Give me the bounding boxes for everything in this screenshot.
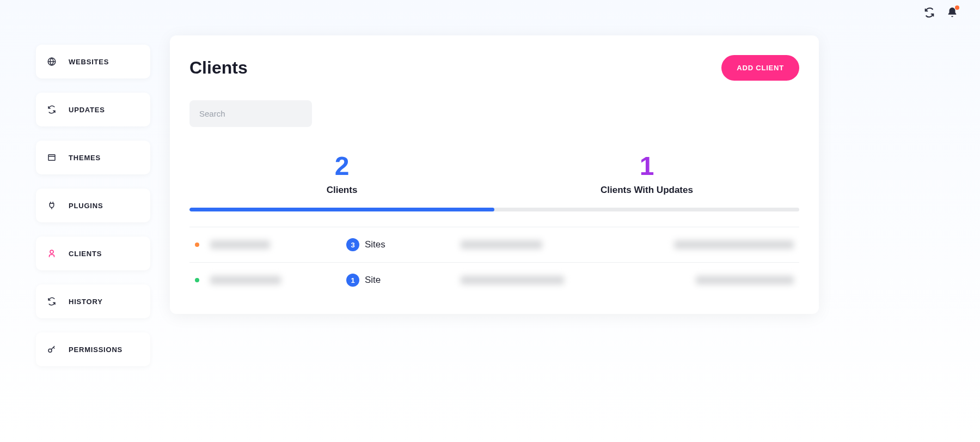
sidebar-item-history[interactable]: HISTORY [36,284,150,318]
notification-dot [955,5,959,10]
sidebar: WEBSITES UPDATES THEMES PLUGINS CLIENTS … [36,45,150,366]
email-cell [627,240,794,249]
redacted-text [674,240,794,249]
stat-value: 2 [189,153,494,179]
sites-label: Site [365,275,381,286]
redacted-text [461,240,542,249]
window-icon [47,153,57,162]
search-wrap [170,81,819,127]
sites-label: Sites [365,239,385,250]
client-table: 3 Sites 1 Site [170,227,819,314]
page-title: Clients [189,58,248,78]
redacted-text [210,240,270,249]
stats-row: 2 Clients 1 Clients With Updates [170,153,819,208]
sidebar-item-label: HISTORY [69,298,103,306]
redacted-text [210,276,281,284]
topbar [923,7,958,19]
status-dot [195,278,199,282]
sidebar-item-label: CLIENTS [69,250,102,258]
sites-cell: 3 Sites [346,238,461,251]
plug-icon [47,201,57,210]
svg-point-2 [50,250,53,253]
sidebar-item-updates[interactable]: UPDATES [36,93,150,126]
refresh-icon[interactable] [923,7,935,19]
search-input[interactable] [189,100,312,127]
refresh-icon [47,105,57,114]
stat-clients[interactable]: 2 Clients [189,153,494,208]
status-dot [195,243,199,247]
company-cell [461,240,627,249]
progress-bar [189,208,799,211]
key-icon [47,344,57,354]
table-row[interactable]: 1 Site [189,262,799,298]
sidebar-item-clients[interactable]: CLIENTS [36,237,150,270]
client-name-cell [210,240,346,249]
sidebar-item-label: PERMISSIONS [69,346,122,354]
stat-label: Clients With Updates [494,185,799,196]
sidebar-item-plugins[interactable]: PLUGINS [36,189,150,222]
sidebar-item-permissions[interactable]: PERMISSIONS [36,332,150,366]
table-row[interactable]: 3 Sites [189,227,799,262]
sidebar-item-themes[interactable]: THEMES [36,141,150,174]
client-name-cell [210,276,346,284]
add-client-button[interactable]: ADD CLIENT [721,55,799,81]
sites-count-badge: 3 [346,238,359,251]
redacted-text [696,276,794,284]
user-icon [47,249,57,258]
sites-count-badge: 1 [346,274,359,287]
email-cell [627,276,794,284]
sidebar-item-label: UPDATES [69,106,105,114]
sidebar-item-label: WEBSITES [69,58,109,66]
svg-rect-1 [48,155,55,161]
redacted-text [461,276,564,284]
svg-point-3 [48,349,52,352]
main-card: Clients ADD CLIENT 2 Clients 1 Clients W… [170,35,819,314]
company-cell [461,276,627,284]
stat-value: 1 [494,153,799,179]
card-header: Clients ADD CLIENT [170,55,819,81]
bell-icon[interactable] [946,7,958,19]
refresh-icon [47,296,57,306]
sidebar-item-label: PLUGINS [69,202,103,210]
stat-label: Clients [189,185,494,196]
globe-icon [47,57,57,66]
stat-clients-with-updates[interactable]: 1 Clients With Updates [494,153,799,208]
sidebar-item-websites[interactable]: WEBSITES [36,45,150,78]
sidebar-item-label: THEMES [69,154,101,162]
sites-cell: 1 Site [346,274,461,287]
progress-fill [189,208,494,211]
